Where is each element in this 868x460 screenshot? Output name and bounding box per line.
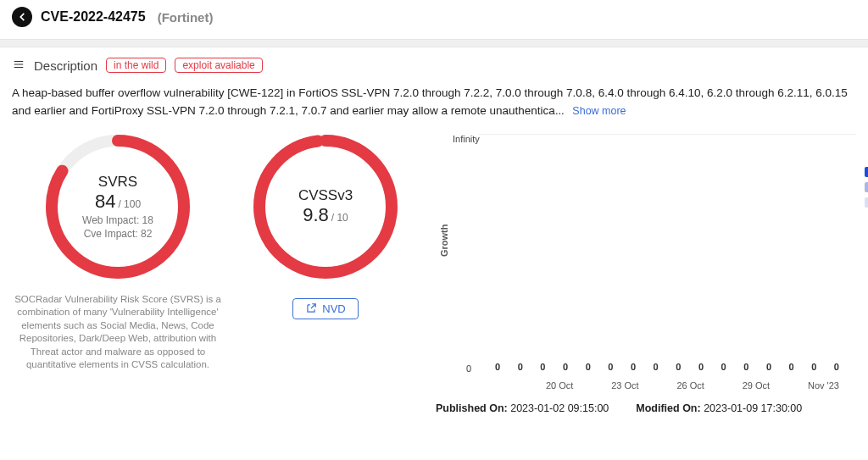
- back-button[interactable]: [12, 7, 32, 27]
- svrs-gauge: SVRS 84/ 100 Web Impact: 18 Cve Impact: …: [42, 130, 194, 283]
- chart-data-label: 0: [654, 362, 659, 372]
- show-more-link[interactable]: Show more: [572, 105, 626, 117]
- svrs-web-impact: Web Impact: 18: [82, 214, 153, 226]
- legend-swatch: [865, 167, 868, 177]
- svrs-title: SVRS: [98, 174, 137, 191]
- legend-item[interactable]: News: [865, 181, 868, 193]
- modified-label: Modified On:: [636, 402, 700, 414]
- chart-data-label: 0: [811, 362, 816, 372]
- chart-x-tick: 29 Oct: [743, 380, 770, 391]
- svrs-cve-impact: Cve Impact: 82: [84, 228, 153, 240]
- chart-y-bottom-label: 0: [466, 363, 471, 374]
- chart-x-tick: 26 Oct: [677, 380, 704, 391]
- chart-y-top-label: Infinity: [453, 134, 480, 144]
- external-link-icon: [305, 302, 317, 314]
- chart-data-label: 0: [789, 362, 794, 372]
- chart-data-label: 0: [586, 362, 591, 372]
- chart-data-label: 0: [563, 362, 568, 372]
- cve-vendor-label: (Fortinet): [158, 10, 214, 25]
- chart-data-label: 0: [721, 362, 726, 372]
- chart-data-label: 0: [495, 362, 500, 372]
- section-title: Description: [34, 58, 97, 73]
- cvss-denom: / 10: [331, 212, 348, 224]
- chart-data-label: 0: [698, 362, 704, 372]
- nvd-button[interactable]: NVD: [292, 298, 358, 319]
- chart-data-label: 0: [766, 362, 771, 372]
- chart-y-axis-label: Growth: [439, 224, 449, 257]
- legend-item[interactable]: Tweets: [865, 197, 868, 208]
- cvss-title: CVSSv3: [298, 187, 353, 204]
- chart-x-tick: Nov '23: [808, 380, 839, 391]
- description-text: A heap-based buffer overflow vulnerabili…: [12, 86, 848, 117]
- nvd-button-label: NVD: [322, 302, 345, 315]
- svrs-score: 84: [95, 191, 115, 212]
- section-divider: [0, 39, 868, 47]
- chart-data-label: 0: [743, 362, 748, 372]
- cve-id-title: CVE-2022-42475: [41, 9, 146, 25]
- chart-data-label: 0: [518, 362, 523, 372]
- modified-value: 2023-01-09 17:30:00: [704, 402, 802, 414]
- legend-item[interactable]: GitHub: [865, 166, 868, 178]
- chart-x-tick: 20 Oct: [546, 380, 573, 391]
- chart-data-label: 0: [631, 362, 636, 372]
- tag-exploit-available: exploit avaliable: [175, 58, 262, 73]
- legend-swatch: [865, 197, 868, 208]
- chart-data-label: 0: [834, 362, 839, 372]
- svrs-description: SOCRadar Vulnerability Risk Score (SVRS)…: [12, 293, 224, 372]
- tag-in-the-wild: in the wild: [106, 58, 166, 73]
- description-ellipsis: ...: [555, 104, 565, 117]
- arrow-left-icon: [16, 11, 28, 23]
- chart-data-label: 0: [676, 362, 681, 372]
- svrs-denom: / 100: [118, 198, 141, 210]
- list-icon: [12, 58, 25, 73]
- legend-swatch: [865, 182, 868, 192]
- chart-x-tick: 23 Oct: [611, 380, 638, 391]
- chart-data-label: 0: [608, 362, 613, 372]
- published-label: Published On:: [436, 402, 508, 414]
- published-value: 2023-01-02 09:15:00: [510, 402, 609, 414]
- cvss-score: 9.8: [303, 204, 329, 225]
- chart-data-label: 0: [540, 362, 545, 372]
- growth-chart: Infinity Growth 0 0000000000000000 20 Oc…: [427, 130, 856, 414]
- cvss-gauge: CVSSv3 9.8/ 10: [249, 130, 402, 283]
